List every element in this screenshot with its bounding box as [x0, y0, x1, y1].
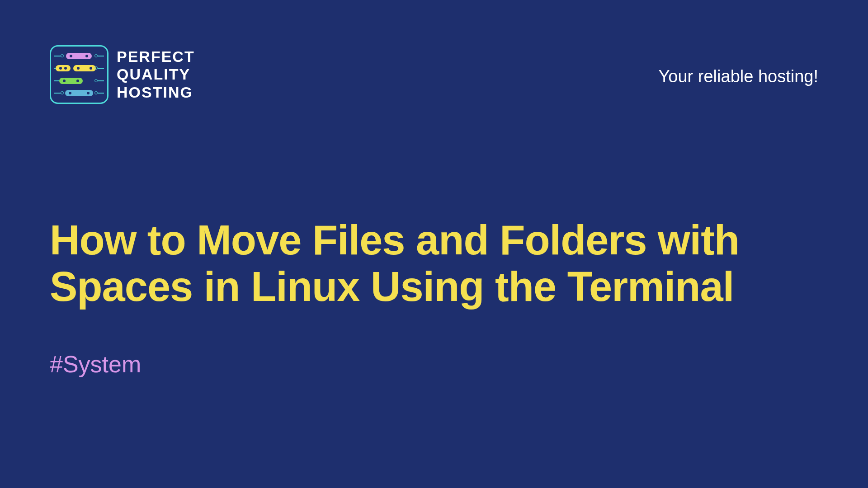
page-title: How to Move Files and Folders with Space… — [50, 217, 818, 310]
main-content: How to Move Files and Folders with Space… — [0, 217, 868, 378]
logo-line-2: QUALITY — [117, 66, 195, 83]
logo: PERFECT QUALITY HOSTING — [50, 45, 195, 104]
hashtag: #System — [50, 351, 818, 378]
logo-line-3: HOSTING — [117, 84, 195, 101]
logo-line-1: PERFECT — [117, 48, 195, 66]
logo-text: PERFECT QUALITY HOSTING — [117, 48, 195, 101]
tagline: Your reliable hosting! — [658, 67, 818, 86]
logo-icon — [50, 45, 108, 104]
header: PERFECT QUALITY HOSTING Your reliable ho… — [0, 0, 868, 104]
